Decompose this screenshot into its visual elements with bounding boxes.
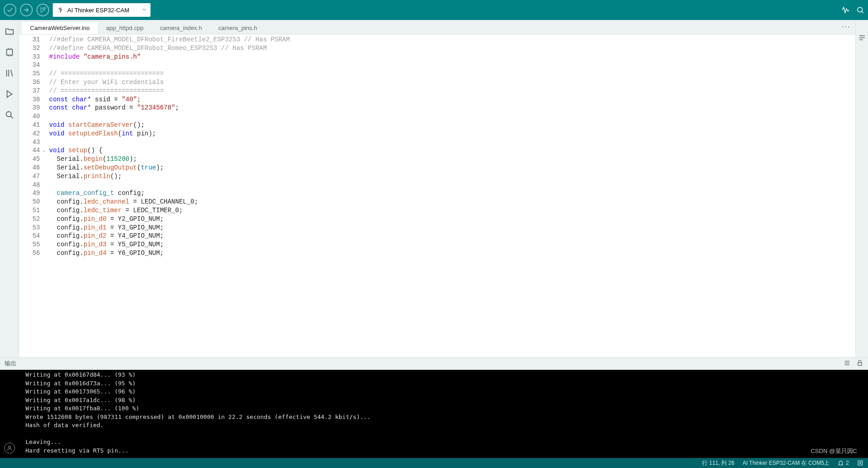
code-editor[interactable]: 31323334353637383940414243⌄4445464748495… xyxy=(19,35,855,357)
library-manager-icon[interactable] xyxy=(5,68,15,78)
top-toolbar: AI Thinker ESP32-CAM xyxy=(0,0,868,20)
search-icon[interactable] xyxy=(5,110,15,120)
svg-marker-13 xyxy=(7,91,12,98)
code-content[interactable]: //#define CAMERA_MODEL_DFRobot_FireBeetl… xyxy=(45,35,855,357)
upload-button[interactable] xyxy=(20,4,33,16)
serial-monitor-icon[interactable] xyxy=(856,6,864,14)
outline-icon[interactable] xyxy=(858,34,866,42)
output-title: 输出 xyxy=(5,359,16,368)
editor-tabs: CameraWebServer.inoapp_httpd.cppcamera_i… xyxy=(19,20,855,35)
svg-marker-1 xyxy=(41,8,45,13)
usb-icon xyxy=(57,7,64,13)
status-board-port[interactable]: AI Thinker ESP32-CAM 在 COM5上 xyxy=(743,459,829,467)
svg-line-4 xyxy=(862,11,863,13)
output-menu-icon[interactable] xyxy=(843,359,851,368)
tabs-more-icon[interactable]: ··· xyxy=(842,23,851,31)
serial-plotter-icon[interactable] xyxy=(842,6,850,14)
account-icon[interactable] xyxy=(4,443,15,453)
svg-rect-22 xyxy=(858,363,862,365)
line-gutter: 31323334353637383940414243⌄4445464748495… xyxy=(19,35,45,357)
output-header: 输出 xyxy=(0,357,868,370)
output-lock-icon[interactable] xyxy=(856,359,863,368)
debug-button[interactable] xyxy=(36,4,49,16)
editor-tab[interactable]: camera_pins.h xyxy=(210,22,265,34)
folder-icon[interactable] xyxy=(5,26,15,36)
status-cursor-position[interactable]: 行 111, 列 26 xyxy=(702,459,734,467)
svg-line-15 xyxy=(10,116,13,119)
editor-tab[interactable]: CameraWebServer.ino xyxy=(22,22,98,34)
status-notifications[interactable]: 2 xyxy=(838,460,849,466)
board-selector[interactable]: AI Thinker ESP32-CAM xyxy=(53,3,151,17)
editor-tab[interactable]: camera_index.h xyxy=(152,22,211,34)
debug-icon[interactable] xyxy=(5,89,15,99)
status-bar: 行 111, 列 26 AI Thinker ESP32-CAM 在 COM5上… xyxy=(0,458,868,468)
board-selector-label: AI Thinker ESP32-CAM xyxy=(67,7,129,14)
svg-rect-5 xyxy=(6,50,12,55)
svg-point-26 xyxy=(9,446,11,448)
chevron-down-icon xyxy=(141,7,147,14)
output-console[interactable]: Writing at 0x00167d84... (93 %) Writing … xyxy=(0,370,868,458)
boards-manager-icon[interactable] xyxy=(5,47,15,57)
activity-bar xyxy=(0,20,19,357)
editor-tab[interactable]: app_httpd.cpp xyxy=(98,22,151,34)
svg-line-12 xyxy=(10,70,12,77)
svg-point-3 xyxy=(858,7,863,12)
svg-point-2 xyxy=(44,7,45,9)
status-close-icon[interactable] xyxy=(857,460,863,466)
right-gutter xyxy=(855,20,868,357)
verify-button[interactable] xyxy=(4,4,16,16)
